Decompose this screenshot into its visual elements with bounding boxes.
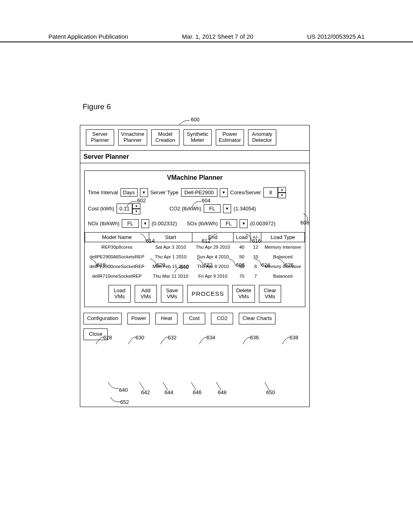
col-model-name[interactable]: Model Name <box>85 232 149 242</box>
nox-region-select[interactable]: FL <box>122 219 139 228</box>
section-title: Server Planner <box>80 150 309 163</box>
btn-label: Delete <box>236 287 251 293</box>
chevron-down-icon[interactable]: ▼ <box>278 193 286 198</box>
lead-line <box>126 200 137 208</box>
delete-vms-button[interactable]: Delete VMs <box>232 285 255 303</box>
server-type-label: Server Type <box>150 189 179 195</box>
lead-line <box>191 382 198 390</box>
lead-line <box>163 382 169 390</box>
server-type-select[interactable]: Dell-PE2900 <box>181 188 217 197</box>
cell: dellR710oneSocketREP <box>85 271 149 281</box>
callout-622: 622 <box>204 262 213 268</box>
callout-602: 602 <box>137 197 146 204</box>
btn-label: Add <box>141 287 150 293</box>
cores-spinner[interactable]: 8 ▲ ▼ <box>263 187 286 198</box>
callout-604: 604 <box>202 197 211 204</box>
callout-612: 612 <box>202 238 211 244</box>
lead-line <box>150 259 157 266</box>
col-load-type[interactable]: Load Type <box>261 232 305 242</box>
callout-648: 648 <box>218 389 227 395</box>
co2-region-select[interactable]: FL <box>204 204 221 213</box>
btn-label: VMs <box>238 293 249 299</box>
time-interval-label: Time Interval <box>88 189 118 195</box>
callout-638: 638 <box>290 335 298 341</box>
lead-line <box>265 382 271 390</box>
dropdown-icon[interactable]: ▼ <box>140 188 148 197</box>
sox-region-select[interactable]: FL <box>220 219 237 228</box>
sox-value: (0.003972) <box>250 220 275 227</box>
lead-line <box>245 234 252 241</box>
lead-line <box>140 234 147 241</box>
lead-line <box>128 337 136 344</box>
table-row[interactable]: REP30p8cores Sat Apr 3 2010 Thu Apr 29 2… <box>85 242 305 252</box>
inner-title: VMachine Planner <box>85 171 305 185</box>
cell: Balanced <box>261 271 305 281</box>
callout-614: 614 <box>146 238 155 244</box>
dropdown-icon[interactable]: ▼ <box>240 219 248 228</box>
cell: Fri Apr 9 2010 <box>192 271 234 281</box>
chevron-down-icon[interactable]: ▼ <box>132 209 140 214</box>
close-row: Close <box>80 327 309 343</box>
tab-anomaly-detector[interactable]: Anomaly Detector <box>248 129 276 145</box>
header-left: Patent Application Publication <box>48 33 128 40</box>
callout-634: 634 <box>206 335 215 341</box>
cores-label: Cores/Server <box>230 189 261 195</box>
tab-label: Detector <box>252 137 272 143</box>
clear-charts-button[interactable]: Clear Charts <box>239 313 275 324</box>
callout-624: 624 <box>261 262 270 268</box>
callout-618: 618 <box>97 262 106 268</box>
lead-line <box>108 382 119 390</box>
cell: 70 <box>234 271 250 281</box>
btn-label: VMs <box>265 293 275 299</box>
callout-606: 606 <box>236 262 245 268</box>
app-window: Server Planner Vmachine Planner Model Cr… <box>80 125 310 407</box>
tab-model-creation[interactable]: Model Creation <box>151 129 179 145</box>
lead-line <box>174 267 181 272</box>
btn-label: Save <box>166 287 178 293</box>
power-button[interactable]: Power <box>127 313 150 324</box>
time-interval-select[interactable]: Days <box>121 188 138 197</box>
chart-buttons-row: Configuration Power Heat Cost CO2 Clear … <box>80 310 309 327</box>
col-start[interactable]: Start <box>149 232 192 242</box>
lead-line <box>216 382 223 390</box>
lead-line <box>90 259 98 266</box>
configuration-button[interactable]: Configuration <box>83 313 122 324</box>
cell: Thu Mar 11 2010 <box>149 271 192 281</box>
dropdown-icon[interactable]: ▼ <box>223 204 231 213</box>
tab-power-estimator[interactable]: Power Estimator <box>216 129 244 145</box>
save-vms-button[interactable]: Save VMs <box>161 285 183 303</box>
dropdown-icon[interactable]: ▼ <box>141 219 149 228</box>
tab-vmachine-planner[interactable]: Vmachine Planner <box>118 129 147 145</box>
btn-label: VMs <box>167 293 177 299</box>
btn-label: Clear <box>264 287 276 293</box>
table-row[interactable]: dellPE2900AllSocketsREP Thu Apr 1 2010 S… <box>85 252 305 262</box>
btn-label: PROCESS <box>192 290 224 297</box>
callout-644: 644 <box>165 389 173 395</box>
cost-button[interactable]: Cost <box>183 313 205 324</box>
process-button[interactable]: PROCESS <box>187 285 228 303</box>
lead-line <box>255 259 262 266</box>
table-row[interactable]: dellR710oneSocketREP Thu Mar 11 2010 Fri… <box>85 271 305 281</box>
load-vms-button[interactable]: Load VMs <box>108 285 131 303</box>
form-row-1: Time Interval Days ▼ Server Type Dell-PE… <box>85 185 305 201</box>
lead-line <box>199 337 206 344</box>
sox-label: SOx (lb/kWh) <box>187 220 218 227</box>
tab-server-planner[interactable]: Server Planner <box>86 129 114 145</box>
co2-button[interactable]: CO2 <box>211 313 233 324</box>
tab-label: Planner <box>124 137 142 143</box>
heat-button[interactable]: Heat <box>155 313 177 324</box>
dropdown-icon[interactable]: ▼ <box>220 188 228 197</box>
table-row[interactable]: dellPE2900oneSocketREP Mon Feb 15 2010 T… <box>85 262 305 271</box>
tab-synthetic-meter[interactable]: Synthetic Meter <box>184 129 212 145</box>
cell: REP30p8cores <box>85 242 149 252</box>
lead-line <box>282 337 290 344</box>
form-row-3: NOx (lb/kWh) FL ▼ (0.002332) SOx (lb/kWh… <box>85 217 305 231</box>
callout-646: 646 <box>193 389 202 395</box>
tab-bar: Server Planner Vmachine Planner Model Cr… <box>80 125 309 148</box>
clear-vms-button[interactable]: Clear VMs <box>259 285 281 303</box>
callout-626: 626 <box>285 262 294 268</box>
cell: Memory Intensive <box>261 242 305 252</box>
chevron-up-icon[interactable]: ▲ <box>278 187 286 193</box>
cell: 7 <box>250 271 261 281</box>
add-vms-button[interactable]: Add VMs <box>135 285 157 303</box>
